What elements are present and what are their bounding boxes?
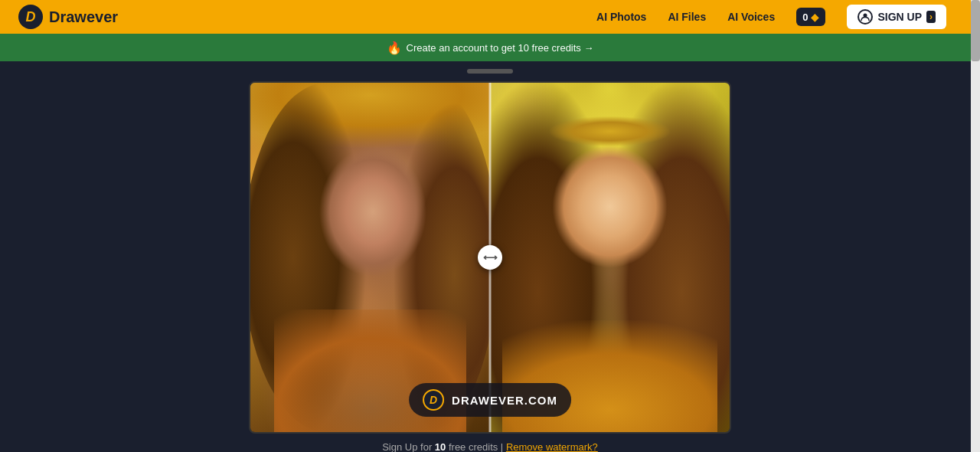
- nav-ai-files[interactable]: AI Files: [668, 11, 706, 23]
- logo-area[interactable]: D Drawever: [18, 5, 118, 29]
- watermark-badge: D DRAWEVER.COM: [409, 383, 571, 417]
- signup-label: SIGN UP: [877, 11, 922, 23]
- diamond-icon: ◆: [811, 11, 819, 23]
- user-svg: [861, 12, 870, 21]
- credits-badge[interactable]: 0 ◆: [796, 8, 825, 26]
- user-icon: [858, 9, 873, 25]
- promo-bar[interactable]: 🔥 Create an account to get 10 free credi…: [0, 34, 980, 61]
- credits-count: 0: [802, 11, 808, 23]
- logo-text: Drawever: [49, 8, 118, 26]
- watermark-symbol: D: [430, 394, 437, 406]
- main-content: ⟷ D DRAWEVER.COM Sign Up for 10 free cre…: [0, 61, 980, 452]
- nav-ai-photos[interactable]: AI Photos: [596, 11, 646, 23]
- logo-symbol: D: [26, 9, 36, 25]
- scrollbar[interactable]: [971, 0, 980, 452]
- bottom-prefix: Sign Up for: [382, 441, 432, 452]
- logo-icon: D: [18, 5, 43, 29]
- compare-handle[interactable]: ⟷: [478, 245, 502, 270]
- bottom-count: 10: [435, 441, 446, 452]
- main-nav: AI Photos AI Files AI Voices 0 ◆ SIGN UP…: [130, 5, 946, 29]
- chevron-right-icon: ›: [926, 11, 936, 23]
- original-photo: [250, 83, 490, 432]
- bottom-cta: Sign Up for 10 free credits | Remove wat…: [382, 441, 598, 452]
- promo-emoji: 🔥: [387, 41, 402, 55]
- signup-button[interactable]: SIGN UP ›: [847, 5, 946, 29]
- anime-photo: [490, 83, 730, 432]
- nav-ai-voices[interactable]: AI Voices: [727, 11, 775, 23]
- scrollbar-thumb[interactable]: [971, 0, 980, 61]
- remove-watermark-link[interactable]: Remove watermark?: [506, 441, 598, 452]
- compare-arrows-icon: ⟷: [483, 252, 498, 264]
- watermark-logo-icon: D: [423, 389, 444, 411]
- bottom-middle: free credits |: [449, 441, 503, 452]
- anime-crown: [550, 110, 670, 152]
- header: D Drawever AI Photos AI Files AI Voices …: [0, 0, 980, 34]
- image-compare[interactable]: ⟷ D DRAWEVER.COM: [249, 81, 731, 434]
- anime-eyes: [543, 135, 677, 303]
- scroll-indicator: [467, 69, 513, 74]
- watermark-text: DRAWEVER.COM: [452, 394, 557, 407]
- promo-text: Create an account to get 10 free credits…: [407, 42, 594, 54]
